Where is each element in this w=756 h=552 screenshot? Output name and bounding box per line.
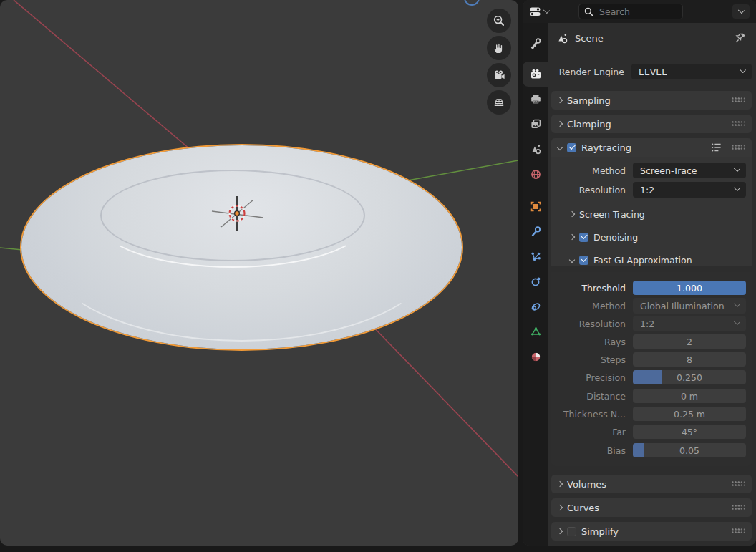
subpanel-denoising[interactable]: Denoising <box>570 231 752 243</box>
properties-editor-icon <box>529 6 542 17</box>
tab-object[interactable] <box>523 194 548 219</box>
grip-handle-icon[interactable] <box>732 481 745 487</box>
tab-scene[interactable] <box>523 137 548 162</box>
render-engine-select[interactable]: EEVEE <box>631 64 752 79</box>
modifiers-wrench-icon <box>530 226 542 238</box>
grip-handle-icon[interactable] <box>732 121 745 127</box>
panel-header-curves[interactable]: Curves <box>551 498 752 517</box>
properties-content: Scene Render Engine EEVEE Samplin <box>548 23 756 546</box>
tab-tool[interactable] <box>523 31 548 56</box>
tab-material[interactable] <box>523 344 548 369</box>
tab-output[interactable] <box>523 87 548 112</box>
chevron-down-icon <box>734 185 740 191</box>
panel-header-clamping[interactable]: Clamping <box>551 115 752 133</box>
tab-particles[interactable] <box>523 244 548 269</box>
chevron-right-icon <box>557 505 563 510</box>
grip-handle-icon[interactable] <box>732 505 745 510</box>
fast-gi-body: Threshold 1.000 Method Global Illuminati… <box>551 272 752 466</box>
panel-title: Sampling <box>567 95 611 106</box>
rays-field[interactable]: 2 <box>633 334 746 349</box>
method-select[interactable]: Screen-Trace <box>633 163 746 178</box>
search-box[interactable] <box>578 4 683 19</box>
panel-header-raytracing[interactable]: Raytracing <box>551 138 752 157</box>
tab-world[interactable] <box>523 162 548 187</box>
tab-physics[interactable] <box>523 269 548 294</box>
chevron-right-icon <box>557 121 563 127</box>
properties-editor: Scene Render Engine EEVEE Samplin <box>523 0 756 546</box>
steps-field[interactable]: 8 <box>633 352 746 367</box>
far-row: Far 45° <box>553 425 746 439</box>
constraints-icon <box>530 301 542 313</box>
gi-method-row: Method Global Illumination <box>553 299 746 313</box>
simplify-checkbox[interactable] <box>567 527 576 536</box>
grip-handle-icon[interactable] <box>732 528 745 534</box>
precision-row: Precision 0.250 <box>553 370 746 384</box>
method-row: Method Screen-Trace <box>553 163 746 178</box>
chevron-down-icon <box>737 6 744 13</box>
grip-handle-icon[interactable] <box>732 145 745 150</box>
object-data-icon <box>530 326 542 338</box>
search-input[interactable] <box>598 6 669 18</box>
bias-row: Bias 0.05 <box>553 443 746 457</box>
scene-icon <box>530 143 542 155</box>
properties-header <box>523 0 756 23</box>
scene-icon <box>556 32 568 44</box>
physics-icon <box>530 276 542 288</box>
distance-row: Distance 0 m <box>553 389 746 403</box>
zoom-button[interactable] <box>487 9 511 33</box>
viewport-gizmo-buttons <box>487 9 511 115</box>
tab-render[interactable] <box>523 62 548 87</box>
panel-title: Volumes <box>567 479 606 490</box>
panel-header-volumes[interactable]: Volumes <box>551 475 752 493</box>
3d-viewport[interactable] <box>0 0 518 546</box>
denoising-checkbox[interactable] <box>579 233 588 242</box>
search-icon <box>584 7 593 16</box>
breadcrumb: Scene <box>551 27 752 49</box>
threshold-slider[interactable]: 1.000 <box>633 281 746 295</box>
panel-title: Clamping <box>567 119 611 130</box>
far-field[interactable]: 45° <box>633 425 746 439</box>
material-icon <box>530 351 542 363</box>
chevron-down-icon <box>734 165 740 172</box>
pin-icon[interactable] <box>734 32 747 44</box>
editor-type-button[interactable] <box>526 4 552 19</box>
thickness-field[interactable]: 0.25 m <box>633 407 746 421</box>
camera-view-button[interactable] <box>487 63 511 87</box>
panel-header-sampling[interactable]: Sampling <box>551 91 752 110</box>
breadcrumb-scene[interactable]: Scene <box>575 33 604 44</box>
header-menu-button[interactable] <box>732 4 750 19</box>
fast-gi-checkbox[interactable] <box>579 256 588 265</box>
pan-button[interactable] <box>487 36 511 60</box>
chevron-right-icon <box>557 97 563 103</box>
raytracing-checkbox[interactable] <box>567 143 576 152</box>
zoom-in-icon <box>493 14 505 27</box>
tab-view-layer[interactable] <box>523 112 548 137</box>
tab-modifiers[interactable] <box>523 219 548 244</box>
precision-slider[interactable]: 0.250 <box>633 370 746 384</box>
panel-header-simplify[interactable]: Simplify <box>551 522 752 541</box>
properties-tab-column <box>523 23 548 546</box>
tool-icon <box>530 37 542 49</box>
subpanel-fast-gi[interactable]: Fast GI Approximation <box>570 253 752 266</box>
bias-slider[interactable]: 0.05 <box>633 443 746 457</box>
projection-toggle-button[interactable] <box>487 90 511 115</box>
rays-row: Rays 2 <box>553 334 746 349</box>
3d-cursor <box>0 0 518 546</box>
tab-object-data[interactable] <box>523 319 548 344</box>
render-engine-label: Render Engine <box>551 67 631 77</box>
chevron-down-icon <box>734 319 740 325</box>
resolution-row: Resolution 1:2 <box>553 182 746 198</box>
grip-handle-icon[interactable] <box>732 97 745 103</box>
tab-constraints[interactable] <box>523 294 548 319</box>
gi-resolution-select[interactable]: 1:2 <box>633 316 746 331</box>
presets-list-icon[interactable] <box>711 142 722 152</box>
raytracing-panel-body: Method Screen-Trace Resolution 1:2 Scr <box>551 157 752 266</box>
resolution-select[interactable]: 1:2 <box>633 182 746 198</box>
chevron-right-icon <box>557 528 563 534</box>
subpanel-screen-tracing[interactable]: Screen Tracing <box>570 208 752 221</box>
distance-field[interactable]: 0 m <box>633 389 746 403</box>
chevron-down-icon <box>557 145 563 150</box>
gi-method-select[interactable]: Global Illumination <box>633 298 746 314</box>
chevron-down-icon <box>569 257 575 263</box>
grid-icon <box>493 96 505 109</box>
